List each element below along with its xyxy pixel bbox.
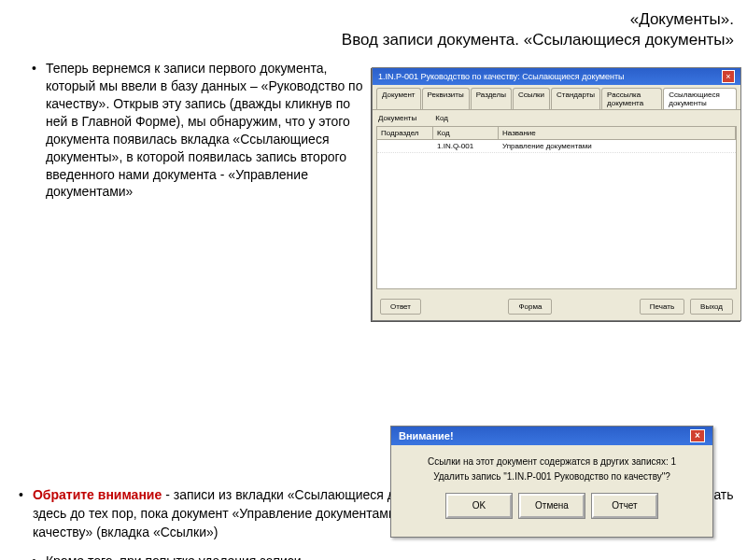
tab-references[interactable]: Ссылающиеся документы — [663, 88, 737, 109]
dialog-titlebar: Внимание! × — [391, 427, 712, 445]
table-row[interactable]: 1.IN.Q-001 Управление документами — [377, 140, 736, 153]
subheader-right: Код — [435, 114, 448, 122]
dialog-line1: Ссылки на этот документ содержатся в дру… — [399, 455, 705, 469]
tab-standards[interactable]: Стандарты — [551, 88, 600, 109]
exit-button[interactable]: Выход — [690, 299, 733, 315]
ok-button[interactable]: OK — [446, 494, 512, 518]
paragraph-1: • Теперь вернемся к записи первого докум… — [13, 60, 368, 201]
bullet-icon: • — [19, 486, 23, 541]
header-line2: Ввод записи документа. «Ссылающиеся доку… — [13, 30, 734, 50]
page-header: «Документы». Ввод записи документа. «Ссы… — [0, 0, 747, 56]
bullet-icon: • — [32, 553, 36, 560]
warning-dialog: Внимание! × Ссылки на этот документ соде… — [390, 426, 713, 538]
cell-section — [377, 140, 433, 152]
titlebar: 1.IN.P-001 Руководство по качеству: Ссыл… — [373, 68, 740, 85]
window-title: 1.IN.P-001 Руководство по качеству: Ссыл… — [378, 72, 625, 81]
bullet-icon: • — [32, 60, 36, 201]
col-name: Название — [499, 127, 736, 139]
subheader-left: Документы — [378, 114, 416, 122]
paragraph-1-text: Теперь вернемся к записи первого докумен… — [46, 60, 368, 201]
app-window: 1.IN.P-001 Руководство по качеству: Ссыл… — [372, 67, 741, 321]
window-buttons: Ответ Форма Печать Выход — [373, 299, 740, 315]
attention-label: Обратите внимание — [33, 487, 162, 502]
tab-sections[interactable]: Разделы — [471, 88, 512, 109]
dialog-line2: Удалить запись "1.IN.P-001 Руководство п… — [399, 469, 705, 484]
tab-requisites[interactable]: Реквизиты — [422, 88, 470, 109]
form-button[interactable]: Форма — [508, 299, 552, 315]
grid-body: 1.IN.Q-001 Управление документами — [376, 140, 737, 289]
tab-row: Документ Реквизиты Разделы Ссылки Станда… — [373, 85, 740, 109]
close-icon[interactable]: × — [690, 429, 705, 442]
cancel-button[interactable]: Отмена — [519, 494, 585, 518]
tab-links[interactable]: Ссылки — [513, 88, 550, 109]
dialog-body: Ссылки на этот документ содержатся в дру… — [391, 445, 712, 525]
close-icon[interactable]: × — [722, 70, 735, 83]
print-button[interactable]: Печать — [640, 299, 684, 315]
answer-button[interactable]: Ответ — [380, 299, 421, 315]
cell-code: 1.IN.Q-001 — [433, 140, 499, 152]
tab-document[interactable]: Документ — [376, 88, 421, 109]
paragraph-2: • Кроме того, при попытке удаления запис… — [13, 553, 368, 560]
dialog-title: Внимание! — [399, 430, 454, 441]
paragraph-2-text: Кроме того, при попытке удаления записи … — [46, 553, 368, 560]
grid-header: Подраздел Код Название — [376, 126, 737, 140]
col-code: Код — [433, 127, 499, 139]
report-button[interactable]: Отчет — [592, 494, 657, 518]
cell-name: Управление документами — [499, 140, 736, 152]
dialog-buttons: OK Отмена Отчет — [399, 484, 705, 518]
header-line1: «Документы». — [13, 9, 734, 30]
subheader: Документы Код — [373, 109, 740, 126]
col-section: Подраздел — [377, 127, 433, 139]
tab-distribution[interactable]: Рассылка документа — [601, 88, 662, 109]
